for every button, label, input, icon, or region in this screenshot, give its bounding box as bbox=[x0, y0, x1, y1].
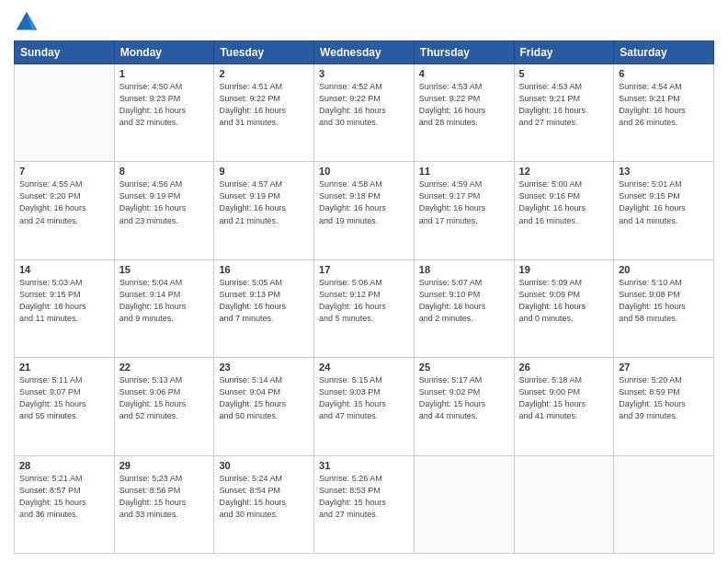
calendar-cell: 23Sunrise: 5:14 AM Sunset: 9:04 PM Dayli… bbox=[214, 358, 314, 455]
calendar-cell: 4Sunrise: 4:53 AM Sunset: 9:22 PM Daylig… bbox=[414, 64, 514, 162]
day-number: 5 bbox=[519, 68, 609, 79]
calendar-cell: 30Sunrise: 5:24 AM Sunset: 8:54 PM Dayli… bbox=[214, 455, 314, 553]
calendar-cell: 13Sunrise: 5:01 AM Sunset: 9:15 PM Dayli… bbox=[614, 162, 714, 259]
day-info: Sunrise: 4:56 AM Sunset: 9:19 PM Dayligh… bbox=[119, 178, 210, 226]
day-header-sunday: Sunday bbox=[15, 41, 115, 64]
day-info: Sunrise: 5:01 AM Sunset: 9:15 PM Dayligh… bbox=[619, 178, 709, 226]
calendar-cell: 28Sunrise: 5:21 AM Sunset: 8:57 PM Dayli… bbox=[15, 455, 115, 553]
day-header-saturday: Saturday bbox=[614, 41, 714, 64]
day-info: Sunrise: 5:20 AM Sunset: 8:59 PM Dayligh… bbox=[619, 374, 709, 422]
week-row-5: 28Sunrise: 5:21 AM Sunset: 8:57 PM Dayli… bbox=[15, 455, 714, 553]
day-info: Sunrise: 4:57 AM Sunset: 9:19 PM Dayligh… bbox=[219, 178, 309, 226]
day-info: Sunrise: 5:17 AM Sunset: 9:02 PM Dayligh… bbox=[419, 374, 509, 422]
calendar-cell bbox=[15, 64, 115, 162]
day-number: 24 bbox=[319, 362, 409, 373]
day-info: Sunrise: 5:10 AM Sunset: 9:08 PM Dayligh… bbox=[619, 277, 709, 325]
calendar-body: 1Sunrise: 4:50 AM Sunset: 9:23 PM Daylig… bbox=[15, 64, 714, 554]
day-number: 23 bbox=[219, 362, 309, 373]
week-row-4: 21Sunrise: 5:11 AM Sunset: 9:07 PM Dayli… bbox=[15, 358, 714, 455]
day-info: Sunrise: 5:05 AM Sunset: 9:13 PM Dayligh… bbox=[219, 277, 309, 325]
day-info: Sunrise: 4:52 AM Sunset: 9:22 PM Dayligh… bbox=[319, 81, 409, 129]
day-info: Sunrise: 4:59 AM Sunset: 9:17 PM Dayligh… bbox=[419, 178, 509, 226]
day-header-monday: Monday bbox=[114, 41, 214, 64]
day-number: 15 bbox=[119, 264, 210, 275]
calendar-cell: 29Sunrise: 5:23 AM Sunset: 8:56 PM Dayli… bbox=[114, 455, 214, 553]
calendar-cell: 3Sunrise: 4:52 AM Sunset: 9:22 PM Daylig… bbox=[314, 64, 415, 162]
day-number: 29 bbox=[119, 460, 210, 471]
calendar-cell: 2Sunrise: 4:51 AM Sunset: 9:22 PM Daylig… bbox=[214, 64, 314, 162]
calendar-cell: 6Sunrise: 4:54 AM Sunset: 9:21 PM Daylig… bbox=[614, 64, 714, 162]
day-number: 9 bbox=[219, 166, 309, 177]
calendar-cell: 5Sunrise: 4:53 AM Sunset: 9:21 PM Daylig… bbox=[514, 64, 614, 162]
day-info: Sunrise: 4:53 AM Sunset: 9:21 PM Dayligh… bbox=[519, 81, 609, 129]
day-header-thursday: Thursday bbox=[414, 41, 514, 64]
calendar-cell: 24Sunrise: 5:15 AM Sunset: 9:03 PM Dayli… bbox=[314, 358, 415, 455]
day-info: Sunrise: 5:21 AM Sunset: 8:57 PM Dayligh… bbox=[19, 473, 109, 521]
day-info: Sunrise: 5:13 AM Sunset: 9:06 PM Dayligh… bbox=[119, 374, 210, 422]
calendar-cell: 18Sunrise: 5:07 AM Sunset: 9:10 PM Dayli… bbox=[414, 259, 514, 357]
day-number: 14 bbox=[19, 264, 109, 275]
day-info: Sunrise: 5:15 AM Sunset: 9:03 PM Dayligh… bbox=[319, 374, 409, 422]
logo bbox=[14, 9, 43, 35]
calendar-cell: 27Sunrise: 5:20 AM Sunset: 8:59 PM Dayli… bbox=[614, 358, 714, 455]
logo-icon bbox=[14, 9, 40, 35]
day-info: Sunrise: 5:04 AM Sunset: 9:14 PM Dayligh… bbox=[119, 277, 210, 325]
day-number: 31 bbox=[319, 460, 409, 471]
day-info: Sunrise: 5:00 AM Sunset: 9:16 PM Dayligh… bbox=[519, 178, 609, 226]
calendar-cell: 21Sunrise: 5:11 AM Sunset: 9:07 PM Dayli… bbox=[15, 358, 115, 455]
calendar: SundayMondayTuesdayWednesdayThursdayFrid… bbox=[14, 40, 714, 554]
day-info: Sunrise: 4:55 AM Sunset: 9:20 PM Dayligh… bbox=[19, 178, 109, 226]
day-info: Sunrise: 5:03 AM Sunset: 9:15 PM Dayligh… bbox=[19, 277, 109, 325]
calendar-cell: 26Sunrise: 5:18 AM Sunset: 9:00 PM Dayli… bbox=[514, 358, 614, 455]
day-number: 27 bbox=[619, 362, 709, 373]
day-header-friday: Friday bbox=[514, 41, 614, 64]
day-number: 3 bbox=[319, 68, 409, 79]
day-number: 8 bbox=[119, 166, 210, 177]
calendar-cell: 14Sunrise: 5:03 AM Sunset: 9:15 PM Dayli… bbox=[15, 259, 115, 357]
day-number: 28 bbox=[19, 460, 109, 471]
calendar-cell: 15Sunrise: 5:04 AM Sunset: 9:14 PM Dayli… bbox=[114, 259, 214, 357]
week-row-3: 14Sunrise: 5:03 AM Sunset: 9:15 PM Dayli… bbox=[15, 259, 714, 357]
day-number: 13 bbox=[619, 166, 709, 177]
calendar-cell: 16Sunrise: 5:05 AM Sunset: 9:13 PM Dayli… bbox=[214, 259, 314, 357]
calendar-cell bbox=[414, 455, 514, 553]
day-number: 21 bbox=[19, 362, 109, 373]
calendar-cell: 12Sunrise: 5:00 AM Sunset: 9:16 PM Dayli… bbox=[514, 162, 614, 259]
day-info: Sunrise: 5:18 AM Sunset: 9:00 PM Dayligh… bbox=[519, 374, 609, 422]
day-number: 7 bbox=[19, 166, 109, 177]
calendar-cell: 31Sunrise: 5:26 AM Sunset: 8:53 PM Dayli… bbox=[314, 455, 415, 553]
calendar-cell: 9Sunrise: 4:57 AM Sunset: 9:19 PM Daylig… bbox=[214, 162, 314, 259]
day-info: Sunrise: 5:26 AM Sunset: 8:53 PM Dayligh… bbox=[319, 473, 409, 521]
calendar-cell bbox=[614, 455, 714, 553]
header bbox=[14, 9, 714, 35]
day-info: Sunrise: 5:06 AM Sunset: 9:12 PM Dayligh… bbox=[319, 277, 409, 325]
week-row-2: 7Sunrise: 4:55 AM Sunset: 9:20 PM Daylig… bbox=[15, 162, 714, 259]
day-number: 20 bbox=[619, 264, 709, 275]
calendar-cell: 10Sunrise: 4:58 AM Sunset: 9:18 PM Dayli… bbox=[314, 162, 415, 259]
day-number: 1 bbox=[119, 68, 210, 79]
calendar-cell: 17Sunrise: 5:06 AM Sunset: 9:12 PM Dayli… bbox=[314, 259, 415, 357]
calendar-header: SundayMondayTuesdayWednesdayThursdayFrid… bbox=[15, 41, 714, 64]
calendar-cell: 20Sunrise: 5:10 AM Sunset: 9:08 PM Dayli… bbox=[614, 259, 714, 357]
day-number: 16 bbox=[219, 264, 309, 275]
day-info: Sunrise: 5:07 AM Sunset: 9:10 PM Dayligh… bbox=[419, 277, 509, 325]
calendar-cell: 19Sunrise: 5:09 AM Sunset: 9:09 PM Dayli… bbox=[514, 259, 614, 357]
day-info: Sunrise: 5:14 AM Sunset: 9:04 PM Dayligh… bbox=[219, 374, 309, 422]
day-info: Sunrise: 4:58 AM Sunset: 9:18 PM Dayligh… bbox=[319, 178, 409, 226]
day-number: 26 bbox=[519, 362, 609, 373]
day-number: 18 bbox=[419, 264, 509, 275]
day-number: 30 bbox=[219, 460, 309, 471]
day-info: Sunrise: 4:53 AM Sunset: 9:22 PM Dayligh… bbox=[419, 81, 509, 129]
day-info: Sunrise: 4:50 AM Sunset: 9:23 PM Dayligh… bbox=[119, 81, 210, 129]
calendar-cell bbox=[514, 455, 614, 553]
day-number: 22 bbox=[119, 362, 210, 373]
calendar-cell: 1Sunrise: 4:50 AM Sunset: 9:23 PM Daylig… bbox=[114, 64, 214, 162]
day-number: 2 bbox=[219, 68, 309, 79]
day-info: Sunrise: 5:23 AM Sunset: 8:56 PM Dayligh… bbox=[119, 473, 210, 521]
day-number: 12 bbox=[519, 166, 609, 177]
day-number: 6 bbox=[619, 68, 709, 79]
calendar-cell: 11Sunrise: 4:59 AM Sunset: 9:17 PM Dayli… bbox=[414, 162, 514, 259]
day-number: 10 bbox=[319, 166, 409, 177]
day-number: 25 bbox=[419, 362, 509, 373]
day-info: Sunrise: 5:24 AM Sunset: 8:54 PM Dayligh… bbox=[219, 473, 309, 521]
